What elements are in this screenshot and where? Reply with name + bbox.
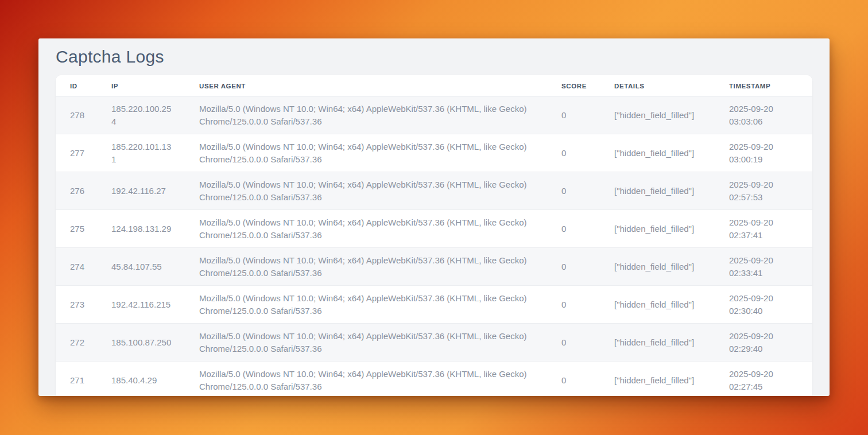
cell-user-agent: Mozilla/5.0 (Windows NT 10.0; Win64; x64… bbox=[185, 362, 547, 397]
cell-details: ["hidden_field_filled"] bbox=[600, 324, 715, 362]
captcha-logs-table: ID IP USER AGENT SCORE DETAILS TIMESTAMP… bbox=[56, 75, 812, 396]
column-header-details: DETAILS bbox=[600, 75, 715, 96]
cell-timestamp: 2025-09-20 03:00:19 bbox=[715, 134, 812, 172]
table-header: ID IP USER AGENT SCORE DETAILS TIMESTAMP bbox=[56, 75, 812, 96]
table-row: 271 185.40.4.29 Mozilla/5.0 (Windows NT … bbox=[56, 362, 812, 397]
table-row: 273 192.42.116.215 Mozilla/5.0 (Windows … bbox=[56, 286, 812, 324]
table-row: 276 192.42.116.27 Mozilla/5.0 (Windows N… bbox=[56, 172, 812, 210]
cell-id: 274 bbox=[56, 248, 97, 286]
cell-details: ["hidden_field_filled"] bbox=[600, 210, 715, 248]
cell-timestamp: 2025-09-20 02:37:41 bbox=[715, 210, 812, 248]
cell-user-agent: Mozilla/5.0 (Windows NT 10.0; Win64; x64… bbox=[185, 286, 547, 324]
cell-ip: 185.100.87.250 bbox=[97, 324, 185, 362]
table-body: 278 185.220.100.254 Mozilla/5.0 (Windows… bbox=[56, 96, 812, 397]
cell-score: 0 bbox=[547, 324, 600, 362]
cell-user-agent: Mozilla/5.0 (Windows NT 10.0; Win64; x64… bbox=[185, 96, 547, 134]
cell-score: 0 bbox=[547, 96, 600, 134]
cell-ip: 124.198.131.29 bbox=[97, 210, 185, 248]
table-row: 274 45.84.107.55 Mozilla/5.0 (Windows NT… bbox=[56, 248, 812, 286]
column-header-id: ID bbox=[56, 75, 97, 96]
cell-score: 0 bbox=[547, 362, 600, 397]
cell-id: 277 bbox=[56, 134, 97, 172]
cell-user-agent: Mozilla/5.0 (Windows NT 10.0; Win64; x64… bbox=[185, 210, 547, 248]
cell-details: ["hidden_field_filled"] bbox=[600, 286, 715, 324]
captcha-logs-card: Captcha Logs ID IP USER AGENT SCORE DETA… bbox=[38, 38, 830, 396]
cell-ip: 185.40.4.29 bbox=[97, 362, 185, 397]
cell-score: 0 bbox=[547, 134, 600, 172]
cell-user-agent: Mozilla/5.0 (Windows NT 10.0; Win64; x64… bbox=[185, 248, 547, 286]
cell-ip: 45.84.107.55 bbox=[97, 248, 185, 286]
cell-timestamp: 2025-09-20 02:27:45 bbox=[715, 362, 812, 397]
cell-id: 271 bbox=[56, 362, 97, 397]
column-header-user-agent: USER AGENT bbox=[185, 75, 547, 96]
cell-ip: 192.42.116.215 bbox=[97, 286, 185, 324]
cell-user-agent: Mozilla/5.0 (Windows NT 10.0; Win64; x64… bbox=[185, 134, 547, 172]
table-row: 277 185.220.101.131 Mozilla/5.0 (Windows… bbox=[56, 134, 812, 172]
cell-user-agent: Mozilla/5.0 (Windows NT 10.0; Win64; x64… bbox=[185, 172, 547, 210]
cell-id: 276 bbox=[56, 172, 97, 210]
column-header-timestamp: TIMESTAMP bbox=[715, 75, 812, 96]
cell-details: ["hidden_field_filled"] bbox=[600, 96, 715, 134]
cell-score: 0 bbox=[547, 286, 600, 324]
cell-user-agent: Mozilla/5.0 (Windows NT 10.0; Win64; x64… bbox=[185, 324, 547, 362]
cell-timestamp: 2025-09-20 02:29:40 bbox=[715, 324, 812, 362]
cell-score: 0 bbox=[547, 210, 600, 248]
cell-ip: 185.220.100.254 bbox=[97, 96, 185, 134]
cell-score: 0 bbox=[547, 248, 600, 286]
cell-timestamp: 2025-09-20 02:33:41 bbox=[715, 248, 812, 286]
cell-id: 273 bbox=[56, 286, 97, 324]
cell-details: ["hidden_field_filled"] bbox=[600, 248, 715, 286]
cell-id: 278 bbox=[56, 96, 97, 134]
table-row: 272 185.100.87.250 Mozilla/5.0 (Windows … bbox=[56, 324, 812, 362]
cell-id: 272 bbox=[56, 324, 97, 362]
cell-details: ["hidden_field_filled"] bbox=[600, 172, 715, 210]
logs-table-container: ID IP USER AGENT SCORE DETAILS TIMESTAMP… bbox=[56, 75, 812, 396]
column-header-score: SCORE bbox=[547, 75, 600, 96]
column-header-ip: IP bbox=[97, 75, 185, 96]
table-row: 278 185.220.100.254 Mozilla/5.0 (Windows… bbox=[56, 96, 812, 134]
header-row: ID IP USER AGENT SCORE DETAILS TIMESTAMP bbox=[56, 75, 812, 96]
cell-id: 275 bbox=[56, 210, 97, 248]
cell-timestamp: 2025-09-20 02:57:53 bbox=[715, 172, 812, 210]
cell-score: 0 bbox=[547, 172, 600, 210]
page-title: Captcha Logs bbox=[38, 38, 830, 67]
cell-timestamp: 2025-09-20 03:03:06 bbox=[715, 96, 812, 134]
cell-details: ["hidden_field_filled"] bbox=[600, 362, 715, 397]
page-background: { "page": { "title": "Captcha Logs" }, "… bbox=[0, 0, 868, 435]
cell-ip: 192.42.116.27 bbox=[97, 172, 185, 210]
cell-details: ["hidden_field_filled"] bbox=[600, 134, 715, 172]
cell-timestamp: 2025-09-20 02:30:40 bbox=[715, 286, 812, 324]
cell-ip: 185.220.101.131 bbox=[97, 134, 185, 172]
table-row: 275 124.198.131.29 Mozilla/5.0 (Windows … bbox=[56, 210, 812, 248]
